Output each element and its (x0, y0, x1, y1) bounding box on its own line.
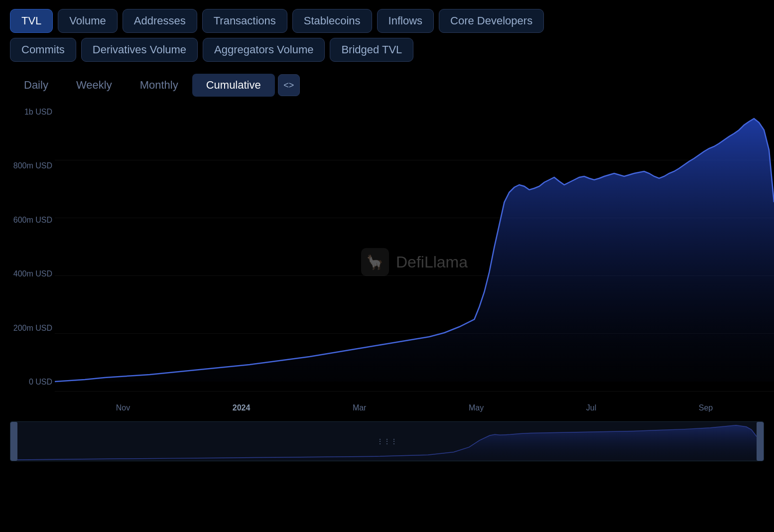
x-label-mar: Mar (353, 403, 367, 412)
nav-bridged-tvl[interactable]: Bridged TVL (330, 38, 413, 62)
x-label-may: May (469, 403, 484, 412)
watermark-icon: 🦙 (366, 254, 384, 270)
nav-row2: Commits Derivatives Volume Aggregators V… (0, 38, 774, 70)
nav-tvl[interactable]: TVL (10, 9, 53, 33)
minimap-handle-left[interactable] (10, 422, 17, 461)
y-label-2: 400m USD (5, 269, 52, 278)
nav-inflows[interactable]: Inflows (377, 9, 434, 33)
x-label-jul: Jul (586, 403, 596, 412)
minimap[interactable]: ⋮⋮⋮ (10, 421, 764, 461)
nav-commits[interactable]: Commits (10, 38, 76, 62)
y-label-3: 600m USD (5, 216, 52, 225)
period-daily[interactable]: Daily (10, 74, 62, 97)
nav-volume[interactable]: Volume (58, 9, 117, 33)
x-label-nov: Nov (116, 403, 130, 412)
x-label-2024: 2024 (233, 403, 251, 412)
period-weekly[interactable]: Weekly (62, 74, 126, 97)
chart-area: 0 USD 200m USD 400m USD 600m USD 800m US… (0, 103, 774, 421)
period-cumulative[interactable]: Cumulative (192, 74, 275, 97)
minimap-handle-right[interactable] (757, 422, 764, 461)
period-bar: Daily Weekly Monthly Cumulative <> (0, 70, 774, 103)
watermark-text: DefiLlama (396, 253, 468, 271)
code-button[interactable]: <> (278, 74, 300, 96)
nav-row1: TVL Volume Addresses Transactions Stable… (0, 0, 774, 38)
y-label-1: 200m USD (5, 324, 52, 333)
watermark: 🦙 DefiLlama (361, 248, 468, 276)
period-monthly[interactable]: Monthly (126, 74, 192, 97)
nav-stablecoins[interactable]: Stablecoins (292, 9, 372, 33)
nav-addresses[interactable]: Addresses (123, 9, 197, 33)
chart-svg-container: 🦙 DefiLlama Nov 2024 Mar May Jul Sep (55, 103, 774, 421)
code-icon: <> (283, 80, 294, 91)
main-chart (55, 103, 774, 392)
y-label-0: 0 USD (5, 378, 52, 387)
nav-derivatives-volume[interactable]: Derivatives Volume (81, 38, 198, 62)
nav-core-developers[interactable]: Core Developers (439, 9, 544, 33)
y-label-5: 1b USD (5, 108, 52, 117)
nav-aggregators-volume[interactable]: Aggregators Volume (203, 38, 325, 62)
watermark-logo: 🦙 (361, 248, 389, 276)
minimap-drag-icon: ⋮⋮⋮ (377, 437, 397, 445)
y-label-4: 800m USD (5, 161, 52, 170)
x-axis: Nov 2024 Mar May Jul Sep (55, 403, 774, 412)
y-axis: 0 USD 200m USD 400m USD 600m USD 800m US… (5, 103, 52, 392)
nav-transactions[interactable]: Transactions (202, 9, 287, 33)
x-label-sep: Sep (699, 403, 713, 412)
